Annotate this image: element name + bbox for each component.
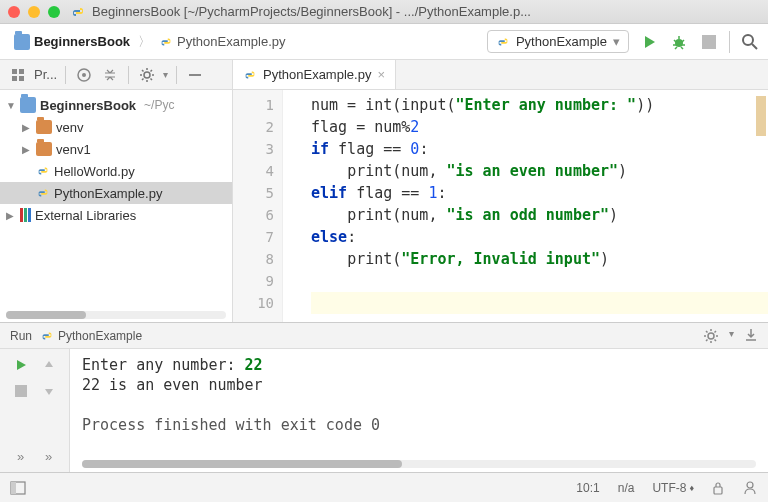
folder-icon — [20, 97, 36, 113]
more-button-2[interactable]: » — [39, 446, 59, 466]
project-tool-button[interactable] — [8, 65, 28, 85]
expand-arrow-icon[interactable]: ▶ — [22, 144, 32, 155]
svg-point-9 — [144, 72, 150, 78]
separator — [128, 66, 129, 84]
svg-rect-14 — [11, 482, 16, 494]
zoom-window-button[interactable] — [48, 6, 60, 18]
expand-arrow-icon[interactable]: ▶ — [6, 210, 16, 221]
tree-item-pythonexample[interactable]: PythonExample.py — [0, 182, 232, 204]
console-scrollbar[interactable] — [82, 460, 756, 468]
svg-rect-4 — [12, 76, 17, 81]
run-config-name: PythonExample — [58, 329, 142, 343]
svg-rect-1 — [702, 35, 716, 49]
inspector-icon[interactable] — [742, 480, 758, 496]
tree-item-label: HelloWorld.py — [54, 164, 135, 179]
caret-line — [311, 292, 768, 314]
chevron-right-icon: 〉 — [138, 33, 151, 51]
svg-rect-5 — [19, 69, 24, 74]
tree-item-venv1[interactable]: ▶ venv1 — [0, 138, 232, 160]
app-icon — [70, 4, 86, 20]
secondary-toolbar: Pr... ▾ PythonExample.py × — [0, 60, 768, 90]
caret-position[interactable]: 10:1 — [576, 481, 599, 495]
expand-arrow-icon[interactable]: ▼ — [6, 100, 16, 111]
search-button[interactable] — [740, 32, 760, 52]
folder-icon — [36, 142, 52, 156]
run-tool-window: Run PythonExample ▾ » » En — [0, 322, 768, 472]
rerun-button[interactable] — [11, 355, 31, 375]
tree-item-label: External Libraries — [35, 208, 136, 223]
run-config-selector[interactable]: PythonExample ▾ — [487, 30, 629, 53]
tree-root[interactable]: ▼ BeginnersBook ~/Pyc — [0, 94, 232, 116]
svg-rect-3 — [12, 69, 17, 74]
titlebar: BeginnersBook [~/PycharmProjects/Beginne… — [0, 0, 768, 24]
python-icon — [243, 68, 257, 82]
editor-marker-bar[interactable] — [756, 96, 766, 136]
svg-point-11 — [708, 333, 714, 339]
gutter: 12345678910 — [233, 90, 283, 322]
code-editor[interactable]: 12345678910 num = int(input("Enter any n… — [233, 90, 768, 322]
folder-icon — [14, 34, 30, 50]
minimize-window-button[interactable] — [28, 6, 40, 18]
python-icon — [159, 35, 173, 49]
breadcrumb-project[interactable]: BeginnersBook — [8, 30, 136, 54]
navigation-bar: BeginnersBook 〉 PythonExample.py PythonE… — [0, 24, 768, 60]
settings-button[interactable] — [137, 65, 157, 85]
up-stack-button[interactable] — [39, 355, 59, 375]
download-button[interactable] — [744, 328, 758, 344]
close-window-button[interactable] — [8, 6, 20, 18]
separator — [65, 66, 66, 84]
close-tab-button[interactable]: × — [377, 67, 385, 82]
python-icon — [496, 35, 510, 49]
tree-item-venv[interactable]: ▶ venv — [0, 116, 232, 138]
breadcrumb-file[interactable]: PythonExample.py — [153, 30, 291, 53]
scroll-from-source-button[interactable] — [74, 65, 94, 85]
expand-arrow-icon[interactable]: ▶ — [22, 122, 32, 133]
svg-rect-15 — [714, 487, 722, 494]
console-output[interactable]: Enter any number: 22 22 is an even numbe… — [70, 349, 768, 472]
svg-point-2 — [743, 35, 753, 45]
down-stack-button[interactable] — [39, 381, 59, 401]
tree-external-libraries[interactable]: ▶ External Libraries — [0, 204, 232, 226]
run-config-label: PythonExample — [516, 34, 607, 49]
tree-item-label: PythonExample.py — [54, 186, 162, 201]
run-settings-button[interactable] — [703, 328, 719, 344]
hide-button[interactable] — [185, 65, 205, 85]
code-area[interactable]: num = int(input("Enter any number: "))fl… — [283, 90, 768, 322]
svg-rect-12 — [15, 385, 27, 397]
run-button[interactable] — [639, 32, 659, 52]
project-tool-label: Pr... — [34, 67, 57, 82]
tree-item-helloworld[interactable]: HelloWorld.py — [0, 160, 232, 182]
svg-point-0 — [675, 39, 683, 47]
library-icon — [20, 208, 31, 222]
separator — [729, 31, 730, 53]
run-gutter: » » — [0, 349, 70, 472]
tree-item-label: venv — [56, 120, 83, 135]
svg-point-16 — [747, 482, 753, 488]
more-button[interactable]: » — [11, 446, 31, 466]
status-window-icon[interactable] — [10, 481, 26, 495]
tab-label: PythonExample.py — [263, 67, 371, 82]
tree-item-label: venv1 — [56, 142, 91, 157]
window-title: BeginnersBook [~/PycharmProjects/Beginne… — [92, 4, 531, 19]
sidebar-scrollbar[interactable] — [6, 311, 226, 319]
encoding-selector[interactable]: UTF-8♦ — [652, 481, 694, 495]
stop-run-button[interactable] — [11, 381, 31, 401]
python-icon — [36, 164, 50, 178]
window-controls — [8, 6, 60, 18]
run-label: Run — [10, 329, 32, 343]
chevron-down-icon: ▾ — [163, 69, 168, 80]
collapse-all-button[interactable] — [100, 65, 120, 85]
status-separator-label: n/a — [618, 481, 635, 495]
stop-button[interactable] — [699, 32, 719, 52]
chevron-down-icon: ▾ — [729, 328, 734, 344]
tree-root-name: BeginnersBook — [40, 98, 136, 113]
svg-point-8 — [82, 73, 86, 77]
svg-rect-10 — [189, 74, 201, 76]
debug-button[interactable] — [669, 32, 689, 52]
editor-tab[interactable]: PythonExample.py × — [233, 60, 396, 89]
project-sidebar: ▼ BeginnersBook ~/Pyc ▶ venv ▶ venv1 He — [0, 90, 233, 322]
python-icon — [40, 329, 54, 343]
lock-icon[interactable] — [712, 481, 724, 495]
folder-icon — [36, 120, 52, 134]
python-icon — [36, 186, 50, 200]
